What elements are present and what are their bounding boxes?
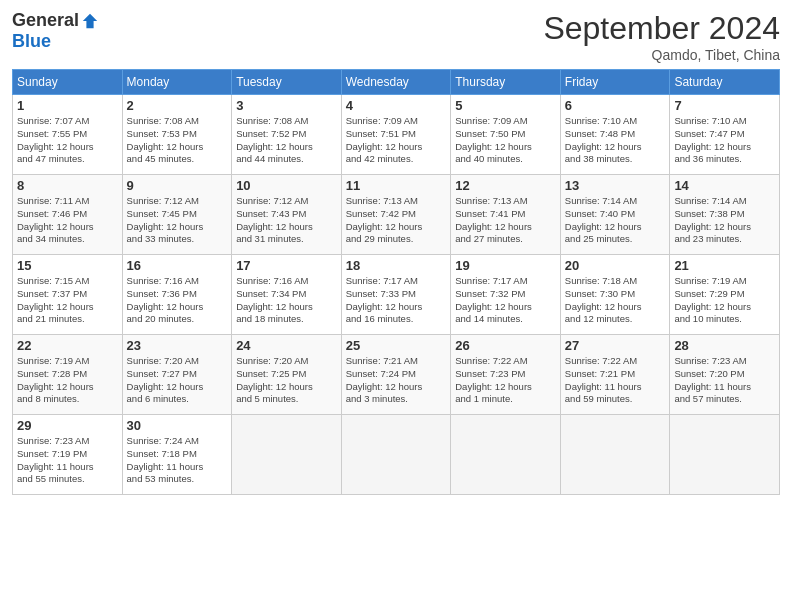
day-info: Sunrise: 7:17 AMSunset: 7:32 PMDaylight:… [455, 275, 556, 326]
day-number: 21 [674, 258, 775, 273]
table-row: 20Sunrise: 7:18 AMSunset: 7:30 PMDayligh… [560, 255, 670, 335]
table-row: 28Sunrise: 7:23 AMSunset: 7:20 PMDayligh… [670, 335, 780, 415]
logo-icon [81, 12, 99, 30]
table-row: 14Sunrise: 7:14 AMSunset: 7:38 PMDayligh… [670, 175, 780, 255]
table-row: 17Sunrise: 7:16 AMSunset: 7:34 PMDayligh… [232, 255, 342, 335]
calendar-header-row: Sunday Monday Tuesday Wednesday Thursday… [13, 70, 780, 95]
day-info: Sunrise: 7:07 AMSunset: 7:55 PMDaylight:… [17, 115, 118, 166]
month-title: September 2024 [543, 10, 780, 47]
logo-general-text: General [12, 10, 79, 31]
table-row: 24Sunrise: 7:20 AMSunset: 7:25 PMDayligh… [232, 335, 342, 415]
page-container: General Blue September 2024 Qamdo, Tibet… [0, 0, 792, 612]
day-number: 19 [455, 258, 556, 273]
day-info: Sunrise: 7:13 AMSunset: 7:42 PMDaylight:… [346, 195, 447, 246]
day-info: Sunrise: 7:14 AMSunset: 7:40 PMDaylight:… [565, 195, 666, 246]
title-section: September 2024 Qamdo, Tibet, China [543, 10, 780, 63]
day-number: 9 [127, 178, 228, 193]
header-friday: Friday [560, 70, 670, 95]
table-row: 26Sunrise: 7:22 AMSunset: 7:23 PMDayligh… [451, 335, 561, 415]
table-row: 11Sunrise: 7:13 AMSunset: 7:42 PMDayligh… [341, 175, 451, 255]
svg-marker-0 [83, 13, 97, 27]
page-header: General Blue September 2024 Qamdo, Tibet… [12, 10, 780, 63]
day-info: Sunrise: 7:08 AMSunset: 7:53 PMDaylight:… [127, 115, 228, 166]
day-number: 8 [17, 178, 118, 193]
day-info: Sunrise: 7:16 AMSunset: 7:34 PMDaylight:… [236, 275, 337, 326]
day-info: Sunrise: 7:09 AMSunset: 7:51 PMDaylight:… [346, 115, 447, 166]
day-info: Sunrise: 7:16 AMSunset: 7:36 PMDaylight:… [127, 275, 228, 326]
day-number: 25 [346, 338, 447, 353]
day-number: 15 [17, 258, 118, 273]
day-info: Sunrise: 7:24 AMSunset: 7:18 PMDaylight:… [127, 435, 228, 486]
day-info: Sunrise: 7:20 AMSunset: 7:25 PMDaylight:… [236, 355, 337, 406]
day-number: 17 [236, 258, 337, 273]
logo: General Blue [12, 10, 99, 52]
day-info: Sunrise: 7:08 AMSunset: 7:52 PMDaylight:… [236, 115, 337, 166]
header-thursday: Thursday [451, 70, 561, 95]
day-info: Sunrise: 7:21 AMSunset: 7:24 PMDaylight:… [346, 355, 447, 406]
table-row: 29Sunrise: 7:23 AMSunset: 7:19 PMDayligh… [13, 415, 123, 495]
day-info: Sunrise: 7:11 AMSunset: 7:46 PMDaylight:… [17, 195, 118, 246]
table-row: 8Sunrise: 7:11 AMSunset: 7:46 PMDaylight… [13, 175, 123, 255]
header-sunday: Sunday [13, 70, 123, 95]
day-number: 10 [236, 178, 337, 193]
location-text: Qamdo, Tibet, China [543, 47, 780, 63]
day-info: Sunrise: 7:10 AMSunset: 7:47 PMDaylight:… [674, 115, 775, 166]
day-info: Sunrise: 7:19 AMSunset: 7:29 PMDaylight:… [674, 275, 775, 326]
day-number: 28 [674, 338, 775, 353]
day-number: 12 [455, 178, 556, 193]
day-info: Sunrise: 7:10 AMSunset: 7:48 PMDaylight:… [565, 115, 666, 166]
header-wednesday: Wednesday [341, 70, 451, 95]
table-row: 2Sunrise: 7:08 AMSunset: 7:53 PMDaylight… [122, 95, 232, 175]
day-info: Sunrise: 7:14 AMSunset: 7:38 PMDaylight:… [674, 195, 775, 246]
table-row: 22Sunrise: 7:19 AMSunset: 7:28 PMDayligh… [13, 335, 123, 415]
day-number: 1 [17, 98, 118, 113]
day-number: 6 [565, 98, 666, 113]
table-row: 25Sunrise: 7:21 AMSunset: 7:24 PMDayligh… [341, 335, 451, 415]
table-row: 12Sunrise: 7:13 AMSunset: 7:41 PMDayligh… [451, 175, 561, 255]
table-row: 6Sunrise: 7:10 AMSunset: 7:48 PMDaylight… [560, 95, 670, 175]
table-row: 10Sunrise: 7:12 AMSunset: 7:43 PMDayligh… [232, 175, 342, 255]
day-info: Sunrise: 7:23 AMSunset: 7:20 PMDaylight:… [674, 355, 775, 406]
calendar-week-2: 8Sunrise: 7:11 AMSunset: 7:46 PMDaylight… [13, 175, 780, 255]
day-number: 3 [236, 98, 337, 113]
table-row: 13Sunrise: 7:14 AMSunset: 7:40 PMDayligh… [560, 175, 670, 255]
day-number: 18 [346, 258, 447, 273]
day-number: 4 [346, 98, 447, 113]
table-row [670, 415, 780, 495]
table-row: 30Sunrise: 7:24 AMSunset: 7:18 PMDayligh… [122, 415, 232, 495]
day-number: 16 [127, 258, 228, 273]
day-number: 2 [127, 98, 228, 113]
day-number: 27 [565, 338, 666, 353]
calendar-week-4: 22Sunrise: 7:19 AMSunset: 7:28 PMDayligh… [13, 335, 780, 415]
day-info: Sunrise: 7:18 AMSunset: 7:30 PMDaylight:… [565, 275, 666, 326]
table-row: 27Sunrise: 7:22 AMSunset: 7:21 PMDayligh… [560, 335, 670, 415]
day-info: Sunrise: 7:17 AMSunset: 7:33 PMDaylight:… [346, 275, 447, 326]
table-row: 15Sunrise: 7:15 AMSunset: 7:37 PMDayligh… [13, 255, 123, 335]
calendar-week-5: 29Sunrise: 7:23 AMSunset: 7:19 PMDayligh… [13, 415, 780, 495]
day-info: Sunrise: 7:13 AMSunset: 7:41 PMDaylight:… [455, 195, 556, 246]
day-info: Sunrise: 7:12 AMSunset: 7:43 PMDaylight:… [236, 195, 337, 246]
header-tuesday: Tuesday [232, 70, 342, 95]
header-saturday: Saturday [670, 70, 780, 95]
day-number: 24 [236, 338, 337, 353]
day-number: 20 [565, 258, 666, 273]
day-number: 22 [17, 338, 118, 353]
table-row: 3Sunrise: 7:08 AMSunset: 7:52 PMDaylight… [232, 95, 342, 175]
calendar-week-1: 1Sunrise: 7:07 AMSunset: 7:55 PMDaylight… [13, 95, 780, 175]
day-number: 7 [674, 98, 775, 113]
day-info: Sunrise: 7:20 AMSunset: 7:27 PMDaylight:… [127, 355, 228, 406]
table-row: 5Sunrise: 7:09 AMSunset: 7:50 PMDaylight… [451, 95, 561, 175]
table-row: 16Sunrise: 7:16 AMSunset: 7:36 PMDayligh… [122, 255, 232, 335]
day-number: 23 [127, 338, 228, 353]
day-number: 30 [127, 418, 228, 433]
table-row [232, 415, 342, 495]
day-info: Sunrise: 7:15 AMSunset: 7:37 PMDaylight:… [17, 275, 118, 326]
day-info: Sunrise: 7:12 AMSunset: 7:45 PMDaylight:… [127, 195, 228, 246]
table-row: 4Sunrise: 7:09 AMSunset: 7:51 PMDaylight… [341, 95, 451, 175]
table-row [341, 415, 451, 495]
header-monday: Monday [122, 70, 232, 95]
table-row: 18Sunrise: 7:17 AMSunset: 7:33 PMDayligh… [341, 255, 451, 335]
day-number: 5 [455, 98, 556, 113]
day-number: 29 [17, 418, 118, 433]
table-row: 23Sunrise: 7:20 AMSunset: 7:27 PMDayligh… [122, 335, 232, 415]
